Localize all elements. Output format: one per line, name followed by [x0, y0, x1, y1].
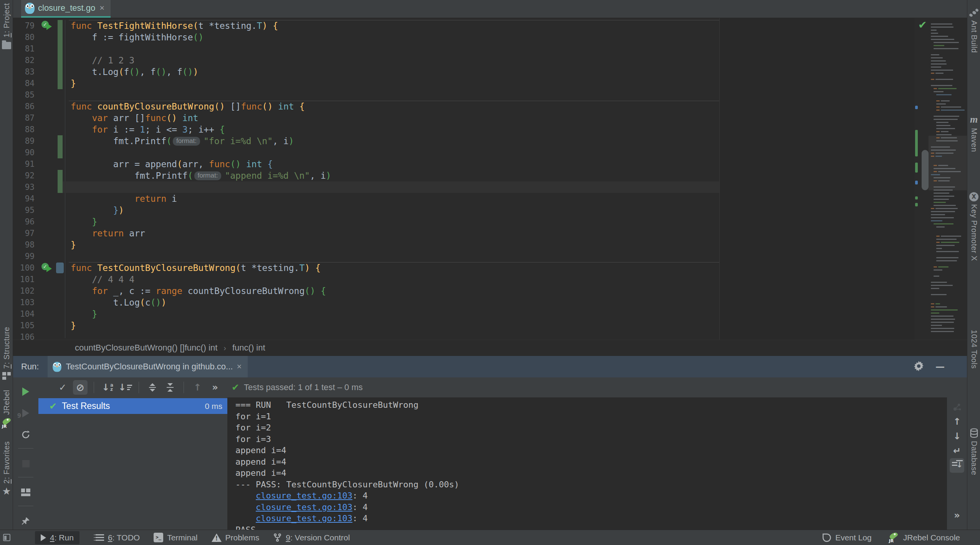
fold-marker[interactable]: −	[62, 206, 68, 214]
more-actions-button[interactable]: »	[208, 380, 222, 395]
code-minimap[interactable]	[929, 18, 967, 340]
editor-line-103: 103 t.Log(c())	[13, 297, 967, 308]
soft-wrap-button[interactable]: ↵	[950, 444, 964, 458]
run-test-icon[interactable]: ✓	[41, 263, 53, 273]
collapse-all-button[interactable]	[163, 380, 177, 395]
status-bar-item--todo[interactable]: 6: TODO	[93, 533, 140, 542]
tool-window-button-key-promoter-x[interactable]: XKey Promoter X	[967, 192, 980, 261]
scroll-to-end-button[interactable]: ↓	[950, 458, 964, 473]
test-history-button[interactable]	[950, 400, 964, 414]
parameter-hint: format:	[194, 171, 222, 180]
run-test-icon[interactable]: ✓	[41, 21, 53, 31]
todo-list-icon	[93, 534, 104, 541]
console-line: PASS	[235, 524, 947, 530]
console-link[interactable]: closure_test.go:103	[256, 513, 353, 523]
run-configuration-tab[interactable]: TestCountByClosureButWrong in github.co.…	[48, 356, 248, 377]
fold-marker[interactable]: −	[62, 322, 68, 329]
restore-layout-button[interactable]	[18, 485, 33, 500]
console-link[interactable]: closure_test.go:103	[256, 502, 353, 512]
more-icon: »	[954, 511, 960, 520]
rerun-button[interactable]	[18, 384, 33, 399]
toggle-auto-test-button[interactable]	[18, 427, 33, 442]
fold-marker[interactable]: −	[62, 264, 68, 272]
close-icon[interactable]: ×	[237, 362, 242, 372]
test-tree-panel[interactable]: ✔ Test Results 0 ms	[38, 397, 227, 530]
circle-x-icon: X	[969, 192, 978, 201]
fold-marker[interactable]: −	[62, 103, 68, 110]
code-text: for _, c := range countByClosureButWrong…	[71, 286, 326, 296]
fold-marker[interactable]: −	[62, 287, 68, 295]
show-ignored-button[interactable]: ⊘	[73, 380, 88, 395]
code-text: t.Log(c())	[71, 297, 166, 307]
toolbar-separator	[184, 382, 184, 393]
status-bar-item-jrebel-console[interactable]: JRJRebel Console	[888, 532, 960, 543]
tool-window-button-1024-tools[interactable]: 1024 Tools	[967, 330, 980, 369]
fold-marker[interactable]: −	[62, 126, 68, 133]
code-text: t.Log(f(), f(), f())	[71, 67, 198, 77]
more-actions-button[interactable]: »	[950, 508, 964, 523]
tab-closure-test-go[interactable]: closure_test.go ×	[21, 0, 111, 18]
editor-line-84: 84−}	[13, 78, 967, 89]
run-triangle-icon	[41, 534, 46, 541]
editor-scrollbar-thumb[interactable]	[922, 150, 929, 190]
fold-marker[interactable]: −	[62, 218, 68, 226]
terminal-icon: >_	[154, 533, 163, 542]
tool-window-button-maven[interactable]: mMaven	[967, 114, 980, 152]
expand-all-button[interactable]	[145, 380, 160, 395]
editor-line-81: 81	[13, 43, 967, 55]
editor-line-100: 100✓−func TestCountByClosureButWrong(t *…	[13, 262, 967, 274]
tool-window-toggle-icon[interactable]	[3, 534, 10, 541]
hide-tool-window-icon[interactable]: —	[935, 362, 945, 371]
down-stacktrace-button[interactable]: ↓	[950, 429, 964, 444]
status-bar-item--version-control[interactable]: 9: Version Control	[273, 533, 350, 542]
status-bar-item--run[interactable]: 4: Run	[35, 531, 79, 544]
close-icon[interactable]: ×	[99, 4, 105, 12]
up-stacktrace-button[interactable]: ↑	[950, 414, 964, 429]
code-text: fmt.Printf(format:"for i=%d \n", i)	[71, 136, 294, 146]
code-editor[interactable]: 7879✓−func TestFightWithHorse(t *testing…	[13, 18, 967, 340]
previous-failed-test-button[interactable]: ↑	[190, 380, 205, 395]
vcs-added-marker	[58, 170, 63, 181]
scrollend-icon: ↓	[952, 461, 962, 470]
tool-window-button-jrebel[interactable]: JRebelJR	[0, 390, 13, 429]
fold-marker[interactable]: −	[62, 310, 68, 318]
show-passed-button[interactable]: ✓	[55, 380, 70, 395]
editor-line-94: 94 return i	[13, 193, 967, 204]
breadcrumb-item[interactable]: func() int	[232, 343, 265, 353]
pin-tab-button[interactable]	[18, 514, 33, 528]
fold-marker[interactable]: −	[62, 22, 68, 30]
tool-window-button-database[interactable]: Database	[967, 428, 980, 475]
status-bar-item-event-log[interactable]: Event Log	[822, 533, 872, 542]
test-results-label: Test Results	[62, 401, 110, 411]
code-text: }	[71, 217, 97, 227]
stop-button[interactable]	[18, 456, 33, 471]
rerun-failed-icon: 9	[22, 409, 29, 417]
tool-window-button--project[interactable]: 1: Project	[0, 3, 13, 49]
fold-marker[interactable]: −	[62, 80, 68, 87]
console-link[interactable]: closure_test.go:103	[256, 491, 353, 500]
tool-window-button-label: Database	[970, 441, 978, 475]
code-text: }	[71, 78, 76, 88]
status-bar-item-terminal[interactable]: >_Terminal	[154, 533, 197, 542]
line-number: 84	[13, 79, 37, 88]
inspections-ok-icon[interactable]: ✔	[918, 19, 927, 31]
goland-ide-window: 1: Project7: StructureJRebelJR2: Favorit…	[0, 0, 980, 545]
error-stripe-mark	[915, 181, 918, 184]
test-console-output[interactable]: === RUN TestCountByClosureButWrongfor i=…	[227, 397, 947, 530]
error-stripe-mark	[915, 163, 918, 173]
sort-by-duration-button[interactable]: ↓	[118, 380, 132, 395]
fold-marker[interactable]: −	[62, 160, 68, 168]
rerun-failed-tests-button[interactable]: 9	[18, 406, 33, 420]
tool-window-button--favorites[interactable]: 2: Favorites★	[0, 441, 13, 496]
database-icon	[970, 428, 978, 438]
breadcrumb-item[interactable]: countByClosureButWrong() []func() int	[75, 343, 217, 353]
code-text: }	[71, 240, 76, 250]
tool-window-button-ant-build[interactable]: Ant Build	[967, 8, 980, 53]
fold-marker[interactable]: −	[62, 241, 68, 249]
settings-gear-icon[interactable]	[914, 361, 924, 373]
test-results-row[interactable]: ✔ Test Results 0 ms	[38, 398, 227, 414]
code-text: }	[71, 309, 97, 319]
tool-window-button--structure[interactable]: 7: Structure	[0, 327, 13, 380]
status-bar-item-problems[interactable]: Problems	[212, 533, 260, 542]
sort-alphabetically-button[interactable]: ↓az	[100, 380, 115, 395]
